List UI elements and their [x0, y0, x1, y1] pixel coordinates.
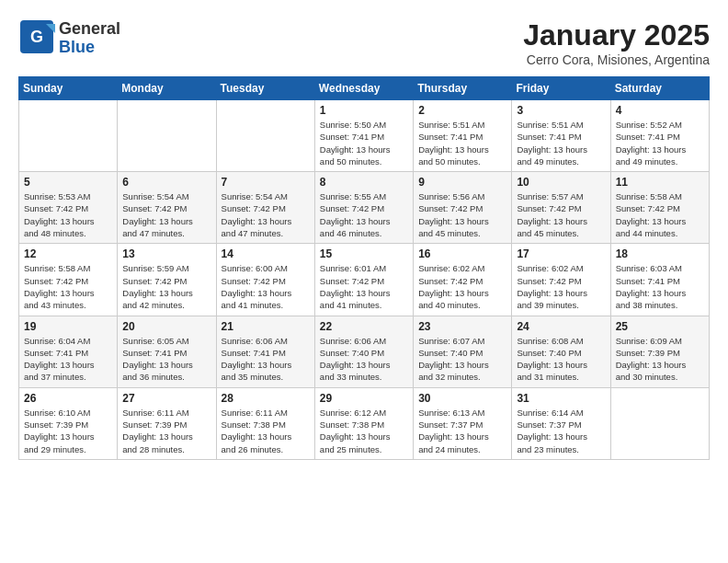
- col-tuesday: Tuesday: [216, 77, 314, 100]
- calendar-cell: 7Sunrise: 5:54 AM Sunset: 7:42 PM Daylig…: [216, 172, 314, 244]
- calendar-cell: 22Sunrise: 6:06 AM Sunset: 7:40 PM Dayli…: [314, 316, 413, 387]
- calendar-cell: [19, 100, 118, 172]
- calendar-cell: 9Sunrise: 5:56 AM Sunset: 7:42 PM Daylig…: [414, 172, 512, 244]
- col-wednesday: Wednesday: [314, 77, 413, 100]
- day-number: 25: [616, 320, 704, 333]
- title-block: January 2025 Cerro Cora, Misiones, Argen…: [523, 18, 710, 67]
- calendar-cell: 17Sunrise: 6:02 AM Sunset: 7:42 PM Dayli…: [512, 244, 610, 316]
- day-number: 19: [24, 320, 112, 333]
- day-number: 2: [418, 104, 506, 117]
- day-info: Sunrise: 6:08 AM Sunset: 7:40 PM Dayligh…: [517, 335, 605, 384]
- day-info: Sunrise: 6:02 AM Sunset: 7:42 PM Dayligh…: [418, 262, 506, 311]
- calendar-table: Sunday Monday Tuesday Wednesday Thursday…: [18, 76, 710, 460]
- day-info: Sunrise: 6:12 AM Sunset: 7:38 PM Dayligh…: [320, 407, 408, 455]
- calendar-header-row: Sunday Monday Tuesday Wednesday Thursday…: [19, 77, 710, 100]
- calendar-cell: 4Sunrise: 5:52 AM Sunset: 7:41 PM Daylig…: [610, 100, 709, 172]
- calendar-cell: 8Sunrise: 5:55 AM Sunset: 7:42 PM Daylig…: [314, 172, 413, 244]
- col-sunday: Sunday: [19, 77, 118, 100]
- day-number: 1: [320, 104, 408, 117]
- day-info: Sunrise: 6:13 AM Sunset: 7:37 PM Dayligh…: [418, 407, 506, 455]
- calendar-cell: 20Sunrise: 6:05 AM Sunset: 7:41 PM Dayli…: [118, 316, 216, 387]
- day-info: Sunrise: 5:52 AM Sunset: 7:41 PM Dayligh…: [616, 119, 704, 167]
- day-info: Sunrise: 6:02 AM Sunset: 7:42 PM Dayligh…: [517, 262, 605, 311]
- calendar-cell: 2Sunrise: 5:51 AM Sunset: 7:41 PM Daylig…: [414, 100, 512, 172]
- day-info: Sunrise: 6:05 AM Sunset: 7:41 PM Dayligh…: [122, 335, 210, 384]
- day-number: 26: [24, 392, 112, 405]
- calendar-cell: 27Sunrise: 6:11 AM Sunset: 7:39 PM Dayli…: [118, 387, 216, 459]
- day-number: 12: [24, 247, 112, 260]
- day-info: Sunrise: 5:56 AM Sunset: 7:42 PM Dayligh…: [418, 190, 506, 239]
- col-saturday: Saturday: [610, 77, 709, 100]
- day-number: 6: [122, 176, 210, 189]
- calendar-cell: 5Sunrise: 5:53 AM Sunset: 7:42 PM Daylig…: [19, 172, 118, 244]
- logo: G General Blue: [18, 18, 120, 59]
- logo-icon: G: [18, 18, 55, 55]
- calendar-cell: 14Sunrise: 6:00 AM Sunset: 7:42 PM Dayli…: [216, 244, 314, 316]
- day-number: 28: [222, 392, 310, 405]
- day-info: Sunrise: 6:00 AM Sunset: 7:42 PM Dayligh…: [222, 262, 310, 311]
- day-number: 21: [222, 320, 310, 333]
- day-info: Sunrise: 6:11 AM Sunset: 7:38 PM Dayligh…: [222, 407, 310, 455]
- day-number: 29: [320, 392, 408, 405]
- day-number: 18: [616, 247, 704, 260]
- calendar-cell: [216, 100, 314, 172]
- col-monday: Monday: [118, 77, 216, 100]
- day-info: Sunrise: 6:10 AM Sunset: 7:39 PM Dayligh…: [24, 407, 112, 455]
- day-info: Sunrise: 5:54 AM Sunset: 7:42 PM Dayligh…: [222, 190, 310, 239]
- day-info: Sunrise: 5:55 AM Sunset: 7:42 PM Dayligh…: [320, 190, 408, 239]
- day-info: Sunrise: 5:57 AM Sunset: 7:42 PM Dayligh…: [517, 190, 605, 239]
- calendar-week-row: 5Sunrise: 5:53 AM Sunset: 7:42 PM Daylig…: [19, 172, 710, 244]
- day-info: Sunrise: 6:06 AM Sunset: 7:41 PM Dayligh…: [222, 335, 310, 384]
- day-number: 23: [418, 320, 506, 333]
- day-number: 4: [616, 104, 704, 117]
- day-info: Sunrise: 6:09 AM Sunset: 7:39 PM Dayligh…: [616, 335, 704, 384]
- col-friday: Friday: [512, 77, 610, 100]
- day-info: Sunrise: 6:04 AM Sunset: 7:41 PM Dayligh…: [24, 335, 112, 384]
- calendar-cell: 23Sunrise: 6:07 AM Sunset: 7:40 PM Dayli…: [414, 316, 512, 387]
- calendar-title: January 2025: [523, 18, 710, 52]
- calendar-cell: 30Sunrise: 6:13 AM Sunset: 7:37 PM Dayli…: [414, 387, 512, 459]
- day-info: Sunrise: 6:11 AM Sunset: 7:39 PM Dayligh…: [122, 407, 210, 455]
- day-number: 16: [418, 247, 506, 260]
- calendar-subtitle: Cerro Cora, Misiones, Argentina: [523, 52, 710, 67]
- day-info: Sunrise: 5:58 AM Sunset: 7:42 PM Dayligh…: [616, 190, 704, 239]
- svg-text:G: G: [30, 28, 43, 46]
- calendar-cell: 10Sunrise: 5:57 AM Sunset: 7:42 PM Dayli…: [512, 172, 610, 244]
- calendar-cell: 13Sunrise: 5:59 AM Sunset: 7:42 PM Dayli…: [118, 244, 216, 316]
- calendar-cell: 18Sunrise: 6:03 AM Sunset: 7:41 PM Dayli…: [610, 244, 709, 316]
- day-number: 22: [320, 320, 408, 333]
- header: G General Blue January 2025 Cerro Cora, …: [18, 18, 710, 67]
- day-number: 24: [517, 320, 605, 333]
- day-number: 15: [320, 247, 408, 260]
- day-number: 30: [418, 392, 506, 405]
- logo-general-text: General: [59, 19, 120, 38]
- day-info: Sunrise: 5:59 AM Sunset: 7:42 PM Dayligh…: [122, 262, 210, 311]
- day-info: Sunrise: 5:54 AM Sunset: 7:42 PM Dayligh…: [122, 190, 210, 239]
- day-info: Sunrise: 6:01 AM Sunset: 7:42 PM Dayligh…: [320, 262, 408, 311]
- calendar-week-row: 19Sunrise: 6:04 AM Sunset: 7:41 PM Dayli…: [19, 316, 710, 387]
- calendar-cell: [610, 387, 709, 459]
- calendar-cell: 1Sunrise: 5:50 AM Sunset: 7:41 PM Daylig…: [314, 100, 413, 172]
- day-info: Sunrise: 6:14 AM Sunset: 7:37 PM Dayligh…: [517, 407, 605, 455]
- calendar-cell: 29Sunrise: 6:12 AM Sunset: 7:38 PM Dayli…: [314, 387, 413, 459]
- day-number: 27: [122, 392, 210, 405]
- day-number: 20: [122, 320, 210, 333]
- logo-blue-text: Blue: [59, 38, 95, 56]
- calendar-cell: 25Sunrise: 6:09 AM Sunset: 7:39 PM Dayli…: [610, 316, 709, 387]
- day-number: 8: [320, 176, 408, 189]
- day-number: 13: [122, 247, 210, 260]
- calendar-cell: 12Sunrise: 5:58 AM Sunset: 7:42 PM Dayli…: [19, 244, 118, 316]
- day-info: Sunrise: 5:51 AM Sunset: 7:41 PM Dayligh…: [517, 119, 605, 167]
- day-number: 9: [418, 176, 506, 189]
- day-info: Sunrise: 5:50 AM Sunset: 7:41 PM Dayligh…: [320, 119, 408, 167]
- calendar-cell: 19Sunrise: 6:04 AM Sunset: 7:41 PM Dayli…: [19, 316, 118, 387]
- calendar-cell: 11Sunrise: 5:58 AM Sunset: 7:42 PM Dayli…: [610, 172, 709, 244]
- day-number: 11: [616, 176, 704, 189]
- calendar-cell: 28Sunrise: 6:11 AM Sunset: 7:38 PM Dayli…: [216, 387, 314, 459]
- calendar-cell: 15Sunrise: 6:01 AM Sunset: 7:42 PM Dayli…: [314, 244, 413, 316]
- calendar-cell: 21Sunrise: 6:06 AM Sunset: 7:41 PM Dayli…: [216, 316, 314, 387]
- calendar-cell: 3Sunrise: 5:51 AM Sunset: 7:41 PM Daylig…: [512, 100, 610, 172]
- day-info: Sunrise: 6:06 AM Sunset: 7:40 PM Dayligh…: [320, 335, 408, 384]
- day-number: 5: [24, 176, 112, 189]
- calendar-week-row: 12Sunrise: 5:58 AM Sunset: 7:42 PM Dayli…: [19, 244, 710, 316]
